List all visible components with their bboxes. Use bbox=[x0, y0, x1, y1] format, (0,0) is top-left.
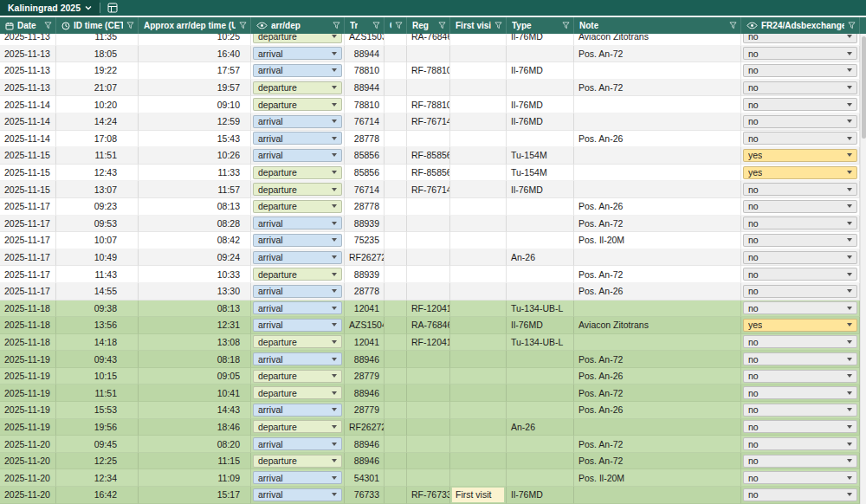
cell-reg[interactable] bbox=[407, 46, 450, 63]
cell-call[interactable] bbox=[385, 419, 407, 436]
column-header-id_time[interactable]: ID time (CET) bbox=[56, 17, 139, 34]
filter-icon[interactable] bbox=[562, 22, 570, 29]
cell-note[interactable] bbox=[574, 334, 741, 352]
cell-first[interactable] bbox=[450, 80, 507, 97]
cell-date[interactable]: 2025-11-13 bbox=[0, 46, 56, 63]
cell-date[interactable]: 2025-11-17 bbox=[0, 198, 56, 216]
cell-id_time[interactable]: 17:08 bbox=[56, 131, 139, 148]
cell-fr24[interactable]: no bbox=[741, 80, 860, 97]
cell-note[interactable]: Pos. An-26 bbox=[574, 198, 741, 216]
column-header-approx[interactable]: Approx arr/dep time (UTC) bbox=[139, 17, 251, 34]
cell-type[interactable] bbox=[507, 384, 574, 402]
arrdep-dropdown[interactable]: departure bbox=[253, 183, 342, 196]
cell-type[interactable]: Tu-134-UB-L bbox=[507, 334, 574, 352]
cell-note[interactable] bbox=[574, 113, 741, 131]
cell-arrdep[interactable]: arrival bbox=[251, 300, 345, 318]
cell-note[interactable]: Pos. An-72 bbox=[574, 216, 741, 233]
cell-tr[interactable]: 78810 bbox=[345, 96, 385, 113]
cell-arrdep[interactable]: arrival bbox=[251, 46, 345, 63]
cell-arrdep[interactable]: arrival bbox=[251, 402, 345, 419]
cell-id_time[interactable]: 12:43 bbox=[56, 165, 139, 182]
cell-first[interactable] bbox=[450, 266, 507, 283]
arrdep-dropdown[interactable]: arrival bbox=[253, 285, 342, 298]
cell-call[interactable] bbox=[385, 384, 407, 402]
cell-id_time[interactable]: 10:07 bbox=[56, 232, 139, 249]
cell-call[interactable] bbox=[385, 46, 407, 63]
cell-type[interactable]: Il-76MD bbox=[507, 317, 574, 334]
fr24-dropdown[interactable]: no bbox=[743, 404, 857, 417]
cell-call[interactable] bbox=[385, 402, 407, 419]
cell-type[interactable]: Tu-134-UB-L bbox=[507, 300, 574, 318]
cell-tr[interactable]: 28779 bbox=[345, 402, 385, 419]
cell-type[interactable] bbox=[507, 80, 574, 97]
cell-arrdep[interactable]: departure bbox=[251, 368, 345, 385]
arrdep-dropdown[interactable]: departure bbox=[253, 98, 342, 111]
cell-fr24[interactable]: no bbox=[741, 46, 860, 63]
cell-fr24[interactable]: no bbox=[741, 419, 860, 436]
cell-first[interactable] bbox=[450, 181, 507, 198]
cell-fr24[interactable]: no bbox=[741, 368, 860, 385]
filter-icon[interactable] bbox=[333, 22, 340, 29]
cell-call[interactable] bbox=[385, 334, 407, 352]
cell-first[interactable] bbox=[450, 419, 507, 436]
cell-reg[interactable] bbox=[407, 453, 450, 470]
cell-date[interactable]: 2025-11-15 bbox=[0, 147, 56, 165]
cell-type[interactable]: Il-76MD bbox=[507, 113, 574, 131]
fr24-dropdown[interactable]: no bbox=[743, 81, 857, 94]
cell-tr[interactable]: 28778 bbox=[345, 131, 385, 148]
cell-approx[interactable]: 13:30 bbox=[139, 283, 251, 300]
cell-first[interactable] bbox=[450, 232, 507, 249]
cell-reg[interactable] bbox=[407, 131, 450, 148]
fr24-dropdown[interactable]: no bbox=[743, 335, 857, 348]
arrdep-dropdown[interactable]: arrival bbox=[253, 319, 342, 332]
cell-date[interactable]: 2025-11-13 bbox=[0, 80, 56, 97]
cell-approx[interactable]: 12:59 bbox=[139, 113, 251, 131]
cell-tr[interactable]: 85856 bbox=[345, 147, 385, 165]
filter-icon[interactable] bbox=[239, 22, 247, 29]
cell-call[interactable] bbox=[385, 368, 407, 385]
grid-view-button[interactable] bbox=[100, 0, 125, 16]
cell-first[interactable] bbox=[450, 469, 507, 487]
cell-first[interactable] bbox=[450, 34, 507, 46]
cell-id_time[interactable]: 12:25 bbox=[56, 453, 139, 470]
sheet-tab[interactable]: Kaliningrad 2025 bbox=[0, 0, 100, 16]
cell-reg[interactable]: RF-85856 bbox=[407, 165, 450, 182]
cell-id_time[interactable]: 10:49 bbox=[56, 249, 139, 267]
cell-type[interactable] bbox=[507, 198, 574, 216]
cell-id_time[interactable]: 21:07 bbox=[56, 80, 139, 97]
cell-reg[interactable] bbox=[407, 216, 450, 233]
cell-fr24[interactable]: no bbox=[741, 113, 860, 131]
cell-tr[interactable]: 12041 bbox=[345, 300, 385, 318]
cell-note[interactable] bbox=[574, 249, 741, 267]
cell-reg[interactable]: RA-76846 bbox=[407, 34, 450, 46]
cell-fr24[interactable]: yes bbox=[741, 317, 860, 334]
cell-id_time[interactable]: 11:43 bbox=[56, 266, 139, 283]
cell-fr24[interactable]: no bbox=[741, 62, 860, 80]
cell-type[interactable]: Il-76MD bbox=[507, 62, 574, 80]
cell-first[interactable] bbox=[450, 249, 507, 267]
cell-approx[interactable]: 08:13 bbox=[139, 300, 251, 318]
cell-date[interactable]: 2025-11-17 bbox=[0, 232, 56, 249]
arrdep-dropdown[interactable]: departure bbox=[253, 420, 342, 433]
cell-note[interactable] bbox=[574, 487, 741, 504]
arrdep-dropdown[interactable]: arrival bbox=[253, 149, 342, 162]
fr24-dropdown[interactable]: no bbox=[743, 115, 857, 128]
cell-id_time[interactable]: 11:51 bbox=[56, 384, 139, 402]
cell-id_time[interactable]: 10:15 bbox=[56, 368, 139, 385]
cell-fr24[interactable]: no bbox=[741, 384, 860, 402]
cell-fr24[interactable]: yes bbox=[741, 165, 860, 182]
cell-reg[interactable] bbox=[407, 351, 450, 368]
cell-date[interactable]: 2025-11-13 bbox=[0, 34, 56, 46]
cell-reg[interactable]: RF-78810 bbox=[407, 96, 450, 113]
cell-tr[interactable]: 28778 bbox=[345, 283, 385, 300]
cell-fr24[interactable]: no bbox=[741, 351, 860, 368]
cell-arrdep[interactable]: arrival bbox=[251, 232, 345, 249]
cell-type[interactable] bbox=[507, 351, 574, 368]
cell-first[interactable] bbox=[450, 96, 507, 113]
cell-approx[interactable]: 08:20 bbox=[139, 436, 251, 453]
cell-type[interactable] bbox=[507, 436, 574, 453]
cell-tr[interactable]: AZS1503 bbox=[345, 34, 385, 46]
filter-icon[interactable] bbox=[395, 22, 403, 29]
cell-type[interactable]: Tu-154M bbox=[507, 165, 574, 182]
cell-type[interactable] bbox=[507, 368, 574, 385]
